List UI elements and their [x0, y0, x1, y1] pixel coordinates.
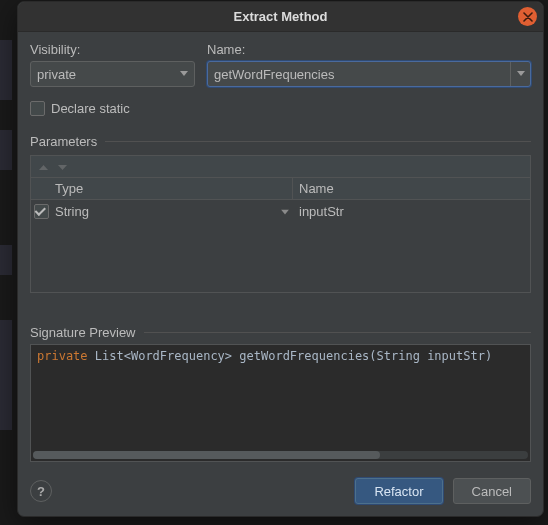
signature-rest: List<WordFrequency> getWordFrequencies(S… — [88, 349, 493, 363]
parameters-label: Parameters — [30, 134, 97, 149]
divider — [105, 141, 531, 142]
chevron-down-icon — [58, 165, 67, 171]
name-field-wrap — [207, 61, 531, 87]
name-label: Name: — [207, 42, 531, 57]
signature-preview-label: Signature Preview — [30, 325, 136, 340]
checkbox-icon — [30, 101, 45, 116]
parameters-table: Type Name String inputStr — [30, 155, 531, 293]
chevron-down-icon — [517, 71, 525, 77]
signature-keyword: private — [37, 349, 88, 363]
param-name: inputStr — [293, 204, 530, 219]
move-down-button[interactable] — [58, 159, 67, 174]
dialog-title: Extract Method — [234, 9, 328, 24]
chevron-up-icon — [39, 165, 48, 171]
signature-preview: private List<WordFrequency> getWordFrequ… — [30, 344, 531, 462]
dialog-footer: ? Refactor Cancel — [18, 468, 543, 516]
titlebar: Extract Method — [18, 2, 543, 32]
table-row[interactable]: String inputStr — [31, 200, 530, 222]
help-button[interactable]: ? — [30, 480, 52, 502]
visibility-value: private — [37, 67, 76, 82]
extract-method-dialog: Extract Method Visibility: private Name: — [17, 1, 544, 517]
close-button[interactable] — [518, 7, 537, 26]
chevron-down-icon — [281, 204, 289, 219]
visibility-label: Visibility: — [30, 42, 195, 57]
horizontal-scrollbar[interactable] — [33, 451, 528, 459]
chevron-down-icon — [180, 71, 188, 77]
column-type[interactable]: Type — [51, 178, 293, 199]
name-history-button[interactable] — [510, 62, 530, 86]
refactor-button[interactable]: Refactor — [355, 478, 442, 504]
cancel-button[interactable]: Cancel — [453, 478, 531, 504]
column-name[interactable]: Name — [293, 181, 530, 196]
declare-static-checkbox[interactable]: Declare static — [30, 101, 531, 116]
visibility-combo[interactable]: private — [30, 61, 195, 87]
declare-static-label: Declare static — [51, 101, 130, 116]
move-up-button[interactable] — [39, 159, 48, 174]
parameters-header: Type Name — [31, 178, 530, 200]
param-type: String — [55, 204, 89, 219]
close-icon — [523, 12, 533, 22]
name-input[interactable] — [208, 62, 510, 86]
parameters-toolbar — [31, 156, 530, 178]
divider — [144, 332, 532, 333]
param-enabled-checkbox[interactable] — [34, 204, 49, 219]
